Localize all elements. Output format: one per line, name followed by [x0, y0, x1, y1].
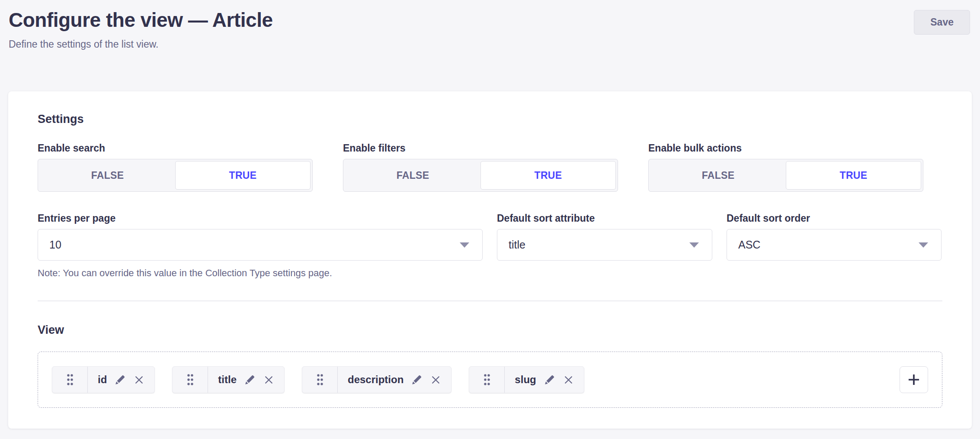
chip-body: slug [505, 367, 583, 393]
default-sort-attribute-field: Default sort attribute title [497, 213, 712, 279]
chip-label: id [98, 374, 107, 386]
enable-filters-true-option[interactable]: TRUE [480, 161, 616, 190]
enable-filters-field: Enable filters FALSE TRUE [343, 142, 618, 192]
selects-row: Entries per page 10 Note: You can overri… [38, 213, 942, 279]
pencil-icon [544, 374, 555, 385]
edit-field-button[interactable] [411, 374, 423, 385]
chip-body: description [338, 367, 451, 393]
drag-handle-icon[interactable] [469, 367, 505, 393]
edit-field-button[interactable] [544, 374, 555, 385]
pencil-icon [411, 374, 423, 385]
enable-bulk-actions-toggle[interactable]: FALSE TRUE [648, 159, 923, 192]
chevron-down-icon [689, 242, 699, 248]
enable-bulk-actions-true-option[interactable]: TRUE [786, 161, 921, 190]
field-chip-title: title [172, 366, 285, 393]
entries-per-page-note: Note: You can override this value in the… [38, 268, 483, 279]
chip-label: slug [515, 374, 536, 386]
enable-bulk-actions-field: Enable bulk actions FALSE TRUE [648, 142, 923, 192]
edit-field-button[interactable] [115, 374, 126, 385]
view-heading: View [38, 324, 942, 336]
header-titles: Configure the view — Article Define the … [9, 7, 273, 50]
pencil-icon [115, 374, 126, 385]
default-sort-order-field: Default sort order ASC [727, 213, 942, 279]
remove-field-button[interactable] [263, 374, 274, 385]
entries-per-page-value: 10 [49, 239, 61, 251]
chip-body: id [88, 367, 154, 393]
close-icon [263, 374, 274, 385]
add-field-button[interactable] [900, 366, 928, 393]
enable-search-toggle[interactable]: FALSE TRUE [38, 159, 313, 192]
close-icon [563, 374, 574, 385]
drag-handle-icon[interactable] [52, 367, 88, 393]
entries-per-page-label: Entries per page [38, 213, 483, 224]
page-subtitle: Define the settings of the list view. [9, 38, 273, 50]
plus-icon [906, 372, 921, 387]
enable-search-field: Enable search FALSE TRUE [38, 142, 313, 192]
entries-per-page-field: Entries per page 10 Note: You can overri… [38, 213, 483, 279]
enable-search-false-option[interactable]: FALSE [40, 161, 175, 190]
enable-search-true-option[interactable]: TRUE [175, 161, 311, 190]
close-icon [134, 374, 144, 385]
enable-search-label: Enable search [38, 142, 313, 154]
edit-field-button[interactable] [244, 374, 256, 385]
field-chip-description: description [302, 366, 452, 393]
page-title: Configure the view — Article [9, 7, 273, 33]
chip-body: title [208, 367, 284, 393]
save-button[interactable]: Save [914, 10, 970, 35]
drag-handle-icon[interactable] [302, 367, 338, 393]
pencil-icon [244, 374, 256, 385]
page-header: Configure the view — Article Define the … [0, 0, 980, 91]
remove-field-button[interactable] [134, 374, 144, 385]
chevron-down-icon [919, 242, 928, 248]
toggles-row: Enable search FALSE TRUE Enable filters … [38, 142, 942, 192]
default-sort-order-value: ASC [738, 239, 760, 251]
enable-filters-false-option[interactable]: FALSE [345, 161, 480, 190]
enable-filters-toggle[interactable]: FALSE TRUE [343, 159, 618, 192]
default-sort-attribute-value: title [509, 239, 525, 251]
field-chip-id: id [52, 366, 155, 393]
remove-field-button[interactable] [430, 374, 441, 385]
section-divider [38, 300, 942, 301]
view-fields-dropzone: id [38, 352, 942, 408]
default-sort-attribute-select[interactable]: title [497, 229, 712, 261]
close-icon [430, 374, 441, 385]
default-sort-order-label: Default sort order [727, 213, 942, 224]
chevron-down-icon [460, 242, 469, 248]
default-sort-attribute-label: Default sort attribute [497, 213, 712, 224]
drag-handle-icon[interactable] [173, 367, 208, 393]
remove-field-button[interactable] [563, 374, 574, 385]
default-sort-order-select[interactable]: ASC [727, 229, 942, 261]
enable-bulk-actions-false-option[interactable]: FALSE [650, 161, 786, 190]
enable-filters-label: Enable filters [343, 142, 618, 154]
entries-per-page-select[interactable]: 10 [38, 229, 483, 261]
settings-heading: Settings [38, 113, 942, 125]
enable-bulk-actions-label: Enable bulk actions [648, 142, 923, 154]
chip-label: description [348, 374, 404, 386]
settings-card: Settings Enable search FALSE TRUE Enable… [8, 91, 972, 429]
chip-label: title [218, 374, 237, 386]
field-chip-slug: slug [469, 366, 584, 393]
